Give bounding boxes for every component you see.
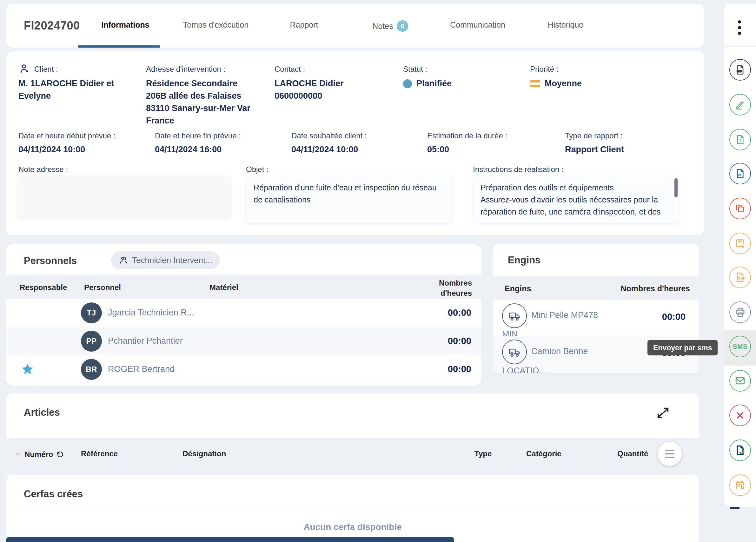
objet-field[interactable]: Réparation d'une fuite d'eau et inspecti… <box>246 176 452 223</box>
note-adresse-label: Note adresse : <box>18 165 68 174</box>
priority-label: Priorité : <box>530 65 558 74</box>
personnel-name: Jgarcia Technicien R... <box>108 308 194 318</box>
articles-table-header: Numéro Référence Désignation Type Catégo… <box>6 438 699 470</box>
sms-icon[interactable]: SMS <box>729 336 751 357</box>
tab-rapport-label: Rapport <box>290 20 318 30</box>
col-nombres-heures: Nombres d'heures <box>424 278 472 299</box>
personnels-card: Personnels Technicien Intervent... Respo… <box>6 244 481 386</box>
address-label: Adresse d'intervention : <box>146 65 225 74</box>
technicien-filter-chip[interactable]: Technicien Intervent... <box>111 251 220 269</box>
date-wish-value: 04/11/2024 10:00 <box>291 143 358 156</box>
personnel-hours: 00:00 <box>448 364 471 374</box>
email-icon[interactable] <box>729 370 751 392</box>
personnel-row[interactable]: PP Pchantier Pchantier 00:00 <box>6 327 481 355</box>
col-type: Type <box>474 449 492 458</box>
active-tab-underline <box>78 45 160 48</box>
divider <box>724 46 756 47</box>
notes-count-badge: 0 <box>397 20 408 32</box>
articles-title: Articles <box>24 407 60 418</box>
personnel-name: Pchantier Pchantier <box>108 336 183 346</box>
sms-label: SMS <box>733 343 747 350</box>
priority-value-row: Moyenne <box>530 77 582 90</box>
date-start-value: 04/11/2024 10:00 <box>18 143 85 156</box>
tab-historique-label: Historique <box>548 20 584 30</box>
kebab-menu-icon[interactable] <box>738 20 741 35</box>
responsable-star-icon[interactable] <box>21 362 35 376</box>
tab-informations[interactable]: Informations <box>101 20 149 30</box>
tab-temps-execution[interactable]: Temps d'exécution <box>183 20 249 30</box>
client-label: Client : <box>34 65 58 74</box>
personnel-name: ROGER Bertrand <box>108 364 175 374</box>
svg-text:PDF: PDF <box>737 70 741 72</box>
tab-rapport[interactable]: Rapport <box>290 20 318 30</box>
col-responsable: Responsable <box>20 283 67 292</box>
actions-sidebar: PDF I BL B <box>724 4 756 507</box>
divider <box>6 511 699 511</box>
avatar: TJ <box>81 302 102 323</box>
tab-communication[interactable]: Communication <box>450 20 505 30</box>
col-engins: Engins <box>505 284 531 293</box>
technicien-filter-label: Technicien Intervent... <box>132 255 212 265</box>
instructions-scrollbar[interactable] <box>674 178 678 197</box>
report-type-label: Type de rapport : <box>565 131 622 140</box>
duration-value: 05:00 <box>427 143 449 156</box>
document-bl-icon[interactable]: BL <box>729 163 751 184</box>
page-title: FI2024700 <box>24 19 80 32</box>
col-materiel: Matériel <box>209 283 238 292</box>
engins-table-header: Engins Nombres d'heures <box>493 276 699 300</box>
avatar: PP <box>81 331 102 352</box>
svg-text:B: B <box>738 277 740 280</box>
tab-historique[interactable]: Historique <box>548 20 584 30</box>
cancel-icon[interactable] <box>729 405 751 426</box>
personnels-table-header: Responsable Personnel Matériel Nombres d… <box>6 275 481 299</box>
avatar: BR <box>81 359 102 380</box>
status-value: Planifiée <box>416 77 452 90</box>
tab-notes[interactable]: Notes 0 <box>372 20 408 32</box>
instructions-field[interactable]: Préparation des outils et équipements As… <box>473 176 679 223</box>
document-info-icon[interactable]: I <box>729 129 751 150</box>
address-value: Résidence Secondaire 206B allée des Fala… <box>146 77 267 127</box>
duration-label: Estimation de la durée : <box>427 131 507 140</box>
contact-value: LAROCHE Didier 0600000000 <box>275 77 379 102</box>
personnel-hours: 00:00 <box>448 336 471 346</box>
personnel-row[interactable]: TJ Jgarcia Technicien R... 00:00 <box>6 299 481 327</box>
objet-label: Objet : <box>246 165 269 174</box>
personnel-hours: 00:00 <box>448 307 471 318</box>
tab-temps-execution-label: Temps d'exécution <box>183 20 249 30</box>
client-value: M. 1LAROCHE Didier et Evelyne <box>18 77 123 102</box>
printer-icon[interactable] <box>729 301 751 323</box>
document-b-export-icon[interactable]: B <box>729 267 751 288</box>
engin-row[interactable]: Mini Pelle MP478 MIN... 00:00 <box>493 300 699 336</box>
status-value-row: Planifiée <box>403 77 452 90</box>
calendar-transfer-icon[interactable] <box>729 474 751 496</box>
col-categorie: Catégorie <box>526 449 561 458</box>
header-card: FI2024700 Informations Temps d'exécution… <box>6 4 704 48</box>
status-label: Statut : <box>403 65 427 74</box>
date-end-value: 04/11/2024 16:00 <box>155 143 222 156</box>
bottom-partial-card <box>6 537 454 542</box>
engins-title: Engins <box>508 254 540 266</box>
edit-pencil-icon[interactable] <box>729 94 751 116</box>
tab-notes-label: Notes <box>372 22 393 31</box>
objet-text: Réparation d'une fuite d'eau et inspecti… <box>254 182 441 220</box>
package-export-icon[interactable] <box>729 233 751 254</box>
numero-sort-group[interactable]: Numéro <box>14 450 64 459</box>
expand-icon[interactable] <box>656 406 670 420</box>
date-wish-label: Date souhaitée client : <box>291 131 367 140</box>
instructions-label: Instructions de réalisation : <box>473 165 563 174</box>
col-personnel: Personnel <box>84 283 121 292</box>
personnel-row[interactable]: BR ROGER Bertrand 00:00 <box>6 355 481 384</box>
chevron-down-icon <box>14 451 22 458</box>
document-validate-icon[interactable] <box>729 440 751 461</box>
pdf-file-icon[interactable]: PDF <box>729 59 751 81</box>
engin-vehicle-icon <box>502 303 527 328</box>
engin-vehicle-icon <box>502 340 527 364</box>
priority-medium-icon <box>530 80 540 87</box>
note-adresse-field[interactable] <box>17 176 231 218</box>
report-type-value: Rapport Client <box>565 143 624 156</box>
duplicate-icon[interactable] <box>729 198 751 219</box>
col-designation: Désignation <box>182 449 226 458</box>
date-start-label: Date et heure début prévue : <box>18 131 116 140</box>
cerfas-empty-message: Aucun cerfa disponible <box>6 522 699 532</box>
column-settings-button[interactable] <box>658 442 682 466</box>
